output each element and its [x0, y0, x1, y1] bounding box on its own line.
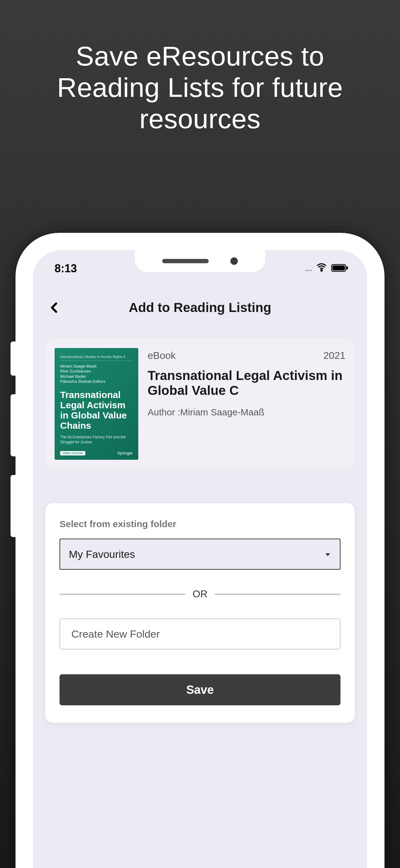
cover-authors: Miriam Saage-Maaß Peer Zumbansen Michael…: [60, 364, 133, 384]
svg-rect-2: [332, 266, 345, 270]
phone-screen: 8:13 .... Add to Reading Listing Interdi…: [33, 250, 367, 868]
cover-publisher: Springer: [118, 451, 133, 456]
promo-headline: Save eResources to Reading Lists for fut…: [0, 0, 400, 135]
phone-frame: 8:13 .... Add to Reading Listing Interdi…: [15, 233, 385, 868]
or-label: OR: [193, 588, 207, 600]
chevron-down-icon: [324, 548, 331, 560]
new-folder-placeholder: Create New Folder: [71, 628, 160, 640]
new-folder-input[interactable]: Create New Folder: [60, 618, 340, 649]
book-title: Transnational Legal Activism in Global V…: [147, 368, 345, 398]
cover-open-access-badge: OPEN ACCESS: [60, 451, 85, 456]
book-cover: Interdisciplinary Studies in Human Right…: [55, 348, 138, 460]
save-button[interactable]: Save: [60, 674, 340, 705]
cover-title: Transnational Legal Activism in Global V…: [60, 390, 133, 431]
back-button[interactable]: [45, 298, 64, 317]
divider: [215, 594, 340, 594]
cover-series: Interdisciplinary Studies in Human Right…: [60, 355, 133, 361]
cell-signal-icon: ....: [305, 264, 312, 273]
svg-rect-3: [346, 266, 348, 270]
existing-folder-label: Select from existing folder: [60, 519, 340, 529]
book-year: 2021: [324, 350, 345, 361]
page-title: Add to Reading Listing: [33, 300, 367, 315]
wifi-icon: [316, 262, 327, 275]
folder-select-value: My Favourites: [69, 548, 135, 560]
battery-icon: [331, 262, 348, 275]
cover-subtitle: The Ali Enterprises Factory Fire and the…: [60, 435, 133, 444]
nav-bar: Add to Reading Listing: [33, 281, 367, 330]
folder-select[interactable]: My Favourites: [60, 538, 340, 570]
folder-form: Select from existing folder My Favourite…: [45, 503, 355, 723]
book-card: Interdisciplinary Studies in Human Right…: [45, 339, 355, 469]
phone-side-buttons: [10, 341, 15, 556]
svg-point-0: [321, 270, 322, 271]
book-type: eBook: [147, 350, 176, 361]
divider: [60, 594, 185, 594]
phone-notch: [135, 250, 265, 272]
svg-marker-4: [326, 553, 330, 556]
status-time: 8:13: [55, 256, 77, 275]
book-author: Author :Miriam Saage-Maaß: [147, 407, 345, 417]
